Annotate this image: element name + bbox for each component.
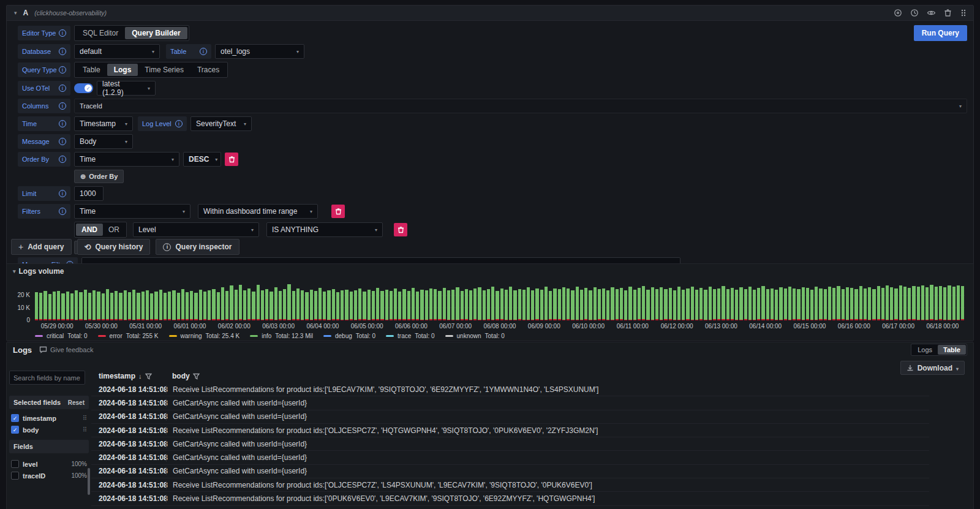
sort-desc-icon[interactable] (138, 372, 142, 380)
query-type-option-timeseries[interactable]: Time Series (138, 64, 190, 76)
add-query-button[interactable]: Add query (11, 239, 72, 255)
filter2-field-select[interactable]: Level (133, 222, 259, 237)
query-type-option-logs[interactable]: Logs (107, 64, 138, 76)
field-item[interactable]: traceID100% (9, 470, 89, 481)
table-row[interactable]: 2024-06-18 14:51:08Receive ListRecommend… (91, 492, 929, 505)
filter-funnel-icon[interactable] (145, 373, 152, 380)
editor-type-label: Editor Type (18, 26, 70, 40)
info-icon[interactable] (59, 102, 66, 110)
info-icon[interactable] (59, 48, 66, 55)
log-level-select[interactable]: SeverityText (190, 116, 252, 131)
volume-bar (235, 290, 238, 320)
checkbox-checked[interactable] (11, 426, 19, 434)
table-row[interactable]: 2024-06-18 14:51:08Receive ListRecommend… (91, 424, 929, 437)
sidebar-scrollbar[interactable] (88, 468, 90, 495)
table-row[interactable]: 2024-06-18 14:51:08GetCartAsync called w… (91, 451, 929, 464)
legend-item[interactable]: debugTotal: 0 (323, 333, 375, 339)
volume-bar (890, 287, 893, 320)
eye-icon[interactable] (927, 9, 936, 17)
legend-item[interactable]: unknownTotal: 0 (445, 333, 505, 339)
table-row[interactable]: 2024-06-18 14:51:08GetCartAsync called w… (91, 410, 929, 424)
table-row[interactable]: 2024-06-18 14:51:08Receive ListRecommend… (91, 383, 929, 396)
run-query-button[interactable]: Run Query (914, 25, 967, 41)
drag-handle-icon[interactable] (960, 9, 967, 17)
info-icon[interactable] (200, 48, 207, 55)
filter1-operator-select[interactable]: Within dashboard time range (198, 204, 318, 219)
remove-order-by-button[interactable] (225, 153, 238, 166)
drag-handle-icon[interactable] (83, 415, 87, 421)
add-order-by-button[interactable]: Order By (74, 170, 124, 183)
filter-funnel-icon[interactable] (193, 373, 200, 380)
search-fields-input[interactable] (9, 371, 85, 385)
table-select[interactable]: otel_logs (215, 44, 304, 59)
selected-field-item[interactable]: timestamp (9, 412, 89, 424)
checkbox-unchecked[interactable] (11, 472, 19, 480)
query-type-option-table[interactable]: Table (76, 64, 107, 76)
table-row[interactable]: 2024-06-18 14:51:08GetCartAsync called w… (91, 396, 929, 410)
query-type-option-traces[interactable]: Traces (190, 64, 226, 76)
info-icon[interactable] (175, 120, 183, 127)
drag-handle-icon[interactable] (83, 426, 87, 433)
view-option-logs[interactable]: Logs (912, 345, 938, 355)
volume-bar (92, 290, 96, 320)
volume-bar (894, 288, 897, 320)
table-row[interactable]: 2024-06-18 14:51:08GetCartAsync called w… (91, 465, 929, 478)
info-icon[interactable] (59, 29, 66, 37)
query-row-header[interactable]: A (clickhouse-observability) (7, 6, 973, 21)
info-icon[interactable] (59, 138, 66, 145)
remove-filter1-button[interactable] (331, 205, 345, 218)
give-feedback-link[interactable]: Give feedback (39, 346, 93, 353)
volume-bar (669, 288, 672, 320)
duplicate-icon[interactable] (894, 9, 902, 17)
collapse-chevron-icon[interactable] (14, 10, 17, 16)
logs-volume-title[interactable]: Logs volume (13, 267, 64, 276)
x-axis-tick-label: 06/16 00:00 (838, 323, 870, 330)
info-icon[interactable] (59, 66, 66, 74)
editor-type-option-sql[interactable]: SQL Editor (76, 27, 125, 39)
legend-item[interactable]: errorTotal: 255 K (98, 333, 159, 339)
volume-bar (793, 288, 796, 320)
history-icon[interactable] (910, 9, 919, 17)
volume-bar (620, 288, 623, 320)
info-icon[interactable] (59, 156, 66, 163)
legend-item[interactable]: traceTotal: 0 (386, 333, 434, 339)
conjunction-and[interactable]: AND (76, 224, 103, 236)
legend-item[interactable]: infoTotal: 12.3 Mil (250, 333, 313, 339)
legend-item[interactable]: warningTotal: 25.4 K (169, 333, 240, 339)
otel-version-select[interactable]: latest (1.2.9) (97, 81, 156, 96)
remove-filter2-button[interactable] (394, 223, 407, 236)
table-row[interactable]: 2024-06-18 14:51:08GetCartAsync called w… (91, 437, 929, 451)
timestamp-column-header[interactable]: timestamp (91, 372, 166, 380)
reset-button[interactable]: Reset (68, 399, 85, 406)
table-row[interactable]: 2024-06-18 14:51:08Receive ListRecommend… (91, 478, 929, 492)
query-history-button[interactable]: Query history (77, 239, 151, 255)
info-icon[interactable] (59, 85, 66, 92)
use-otel-toggle[interactable] (74, 83, 93, 93)
message-column-select[interactable]: Body (74, 134, 133, 149)
order-by-field-select[interactable]: Time (74, 152, 179, 167)
view-option-table[interactable]: Table (938, 345, 966, 355)
database-select[interactable]: default (74, 44, 160, 59)
legend-item[interactable]: criticalTotal: 0 (35, 333, 88, 339)
filter2-operator-select[interactable]: IS ANYTHING (266, 222, 383, 237)
columns-multiselect[interactable]: TraceId (74, 99, 967, 113)
info-icon[interactable] (59, 208, 66, 215)
volume-bar (943, 287, 946, 320)
trash-icon[interactable] (944, 9, 952, 17)
field-name: level (23, 461, 37, 468)
selected-field-item[interactable]: body (9, 424, 89, 435)
checkbox-checked[interactable] (11, 414, 19, 422)
conjunction-or[interactable]: OR (103, 224, 125, 236)
limit-input[interactable] (74, 186, 104, 201)
body-column-header[interactable]: body (166, 372, 200, 380)
info-icon[interactable] (59, 120, 66, 127)
time-column-select[interactable]: Timestamp (74, 116, 133, 131)
editor-type-option-builder[interactable]: Query Builder (125, 27, 187, 39)
field-item[interactable]: level100% (9, 458, 89, 470)
checkbox-unchecked[interactable] (11, 460, 19, 468)
query-inspector-button[interactable]: Query inspector (156, 239, 239, 255)
filter1-field-select[interactable]: Time (74, 204, 190, 219)
volume-bar (584, 288, 587, 320)
info-icon[interactable] (59, 190, 66, 197)
order-by-direction-select[interactable]: DESC (183, 152, 221, 167)
